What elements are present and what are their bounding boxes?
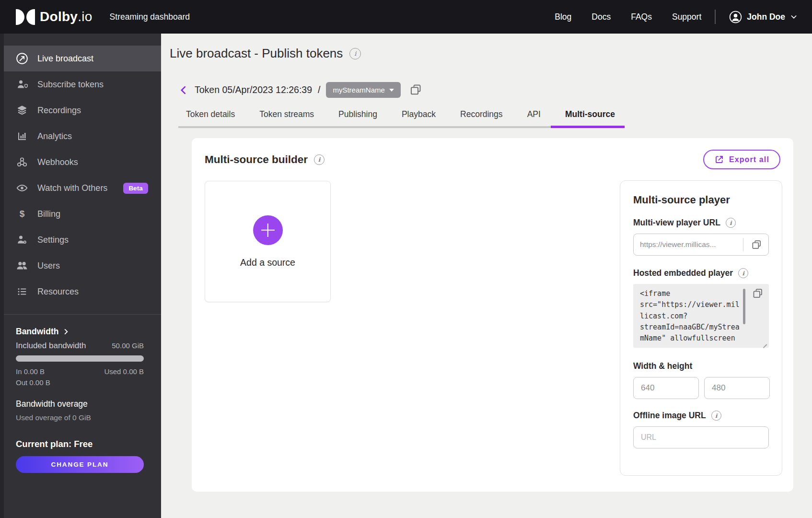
player-url-value: https://viewer.millicas... [640,240,738,249]
external-link-icon [714,154,724,165]
multi-source-builder-card: Multi-source builder i Export all Add a … [192,138,793,492]
width-input[interactable] [633,377,699,399]
person-shield-icon [16,79,28,90]
add-source-tile[interactable]: Add a source [205,181,331,302]
nav-link-faqs[interactable]: FAQs [631,12,652,22]
caret-down-icon [389,89,394,92]
app-title: Streaming dashboard [110,12,190,22]
avatar-icon [729,11,742,24]
beta-badge: Beta [123,183,148,194]
bandwidth-overage-detail: Used overage of 0 GiB [16,413,144,422]
tab-multi-source[interactable]: Multi-source [557,109,623,126]
current-plan-label: Current plan: Free [16,439,144,449]
user-menu[interactable]: John Doe [729,11,798,24]
tab-publishing[interactable]: Publishing [331,109,385,126]
dolby-double-d-icon [16,9,35,25]
bandwidth-in: In 0.00 B [16,367,45,376]
sidebar-item-resources[interactable]: Resources [0,279,161,305]
breadcrumb-token: Token 05/Apr/2023 12:26:39 [195,84,312,95]
top-bar: Dolby.io Streaming dashboard Blog Docs F… [0,0,812,34]
sidebar-item-label: Billing [37,209,60,219]
plus-icon [253,215,283,245]
chevron-down-icon [790,13,798,21]
add-source-label: Add a source [240,257,295,268]
player-url-input[interactable]: https://viewer.millicas... [633,234,769,256]
sidebar: Live broadcast Subscribe tokens Recordin… [0,34,161,518]
resize-handle[interactable] [762,340,767,345]
size-label: Width & height [633,361,692,371]
sidebar-item-billing[interactable]: $ Billing [0,201,161,227]
sidebar-item-label: Webhooks [37,157,78,167]
embed-info-icon[interactable]: i [738,268,748,278]
included-bandwidth-value: 50.00 GiB [112,341,144,350]
sidebar-item-webhooks[interactable]: Webhooks [0,149,161,175]
sidebar-item-users[interactable]: Users [0,253,161,279]
tab-bar: Token details Token streams Publishing P… [178,109,623,128]
nav-link-docs[interactable]: Docs [592,12,611,22]
bandwidth-progress-bar [16,355,144,362]
tab-playback[interactable]: Playback [394,109,443,126]
sidebar-item-label: Users [37,261,60,271]
copy-embed-button[interactable] [752,288,764,299]
eye-icon [16,182,28,194]
bandwidth-overage-title: Bandwidth overage [16,399,144,409]
input-divider [743,238,743,251]
breadcrumb-separator: / [318,84,320,95]
export-all-button[interactable]: Export all [703,150,780,169]
top-nav: Blog Docs FAQs Support [555,12,701,22]
page-title-info-icon[interactable]: i [349,48,361,59]
builder-info-icon[interactable]: i [314,154,325,165]
nav-link-blog[interactable]: Blog [555,12,571,22]
bandwidth-title[interactable]: Bandwidth [16,327,144,337]
sidebar-item-recordings[interactable]: Recordings [0,97,161,123]
layers-icon [16,105,28,116]
bandwidth-used: Used 0.00 B [104,367,144,376]
tab-api[interactable]: API [520,109,548,126]
tab-recordings[interactable]: Recordings [452,109,510,126]
broadcast-icon [16,52,28,65]
builder-title: Multi-source builder [205,153,308,166]
stream-name-dropdown[interactable]: myStreamName [326,82,400,98]
sidebar-item-label: Analytics [37,131,72,141]
bandwidth-out: Out 0.00 B [16,378,144,387]
tab-token-streams[interactable]: Token streams [252,109,322,126]
embed-code: <iframe src="https://viewer.mil licast.c… [640,288,751,344]
multi-source-player-panel: Multi-source player Multi-view player UR… [620,180,782,476]
brand-text: Dolby.io [40,9,93,24]
sidebar-item-analytics[interactable]: Analytics [0,123,161,149]
copy-url-button[interactable] [751,239,762,250]
dollar-icon: $ [16,209,28,219]
change-plan-button[interactable]: CHANGE PLAN [16,456,144,473]
height-input[interactable] [704,377,770,399]
sidebar-item-label: Live broadcast [37,54,93,64]
sidebar-item-label: Settings [37,235,69,245]
users-icon [16,259,28,272]
embed-code-box[interactable]: <iframe src="https://viewer.mil licast.c… [633,284,769,348]
copy-stream-name-button[interactable] [409,83,422,96]
main-content: Live broadcast - Publish tokens i Token … [161,34,812,518]
dolby-logo[interactable]: Dolby.io [16,9,93,25]
code-scrollbar[interactable] [743,289,745,324]
sidebar-item-live-broadcast[interactable]: Live broadcast [0,46,161,71]
embed-label: Hosted embedded player [633,268,733,278]
stream-name-label: myStreamName [333,86,384,94]
player-url-info-icon[interactable]: i [726,218,736,228]
tab-token-details[interactable]: Token details [178,109,243,126]
offline-image-url-input[interactable] [633,426,769,448]
sidebar-item-watch-with-others[interactable]: Watch with Others Beta [0,175,161,201]
sidebar-item-label: Watch with Others [37,183,107,193]
list-icon [16,286,28,297]
sidebar-item-label: Subscribe tokens [37,80,104,90]
sidebar-divider [0,314,161,315]
user-name: John Doe [747,12,785,22]
export-all-label: Export all [729,155,769,164]
sidebar-item-subscribe-tokens[interactable]: Subscribe tokens [0,71,161,97]
bar-chart-icon [16,130,28,142]
person-gear-icon [16,234,28,246]
sidebar-item-label: Resources [37,287,79,297]
back-chevron-icon[interactable] [178,85,189,95]
offline-image-info-icon[interactable]: i [711,411,721,421]
page-title: Live broadcast - Publish tokens [170,46,343,61]
sidebar-item-settings[interactable]: Settings [0,227,161,253]
nav-link-support[interactable]: Support [672,12,701,22]
